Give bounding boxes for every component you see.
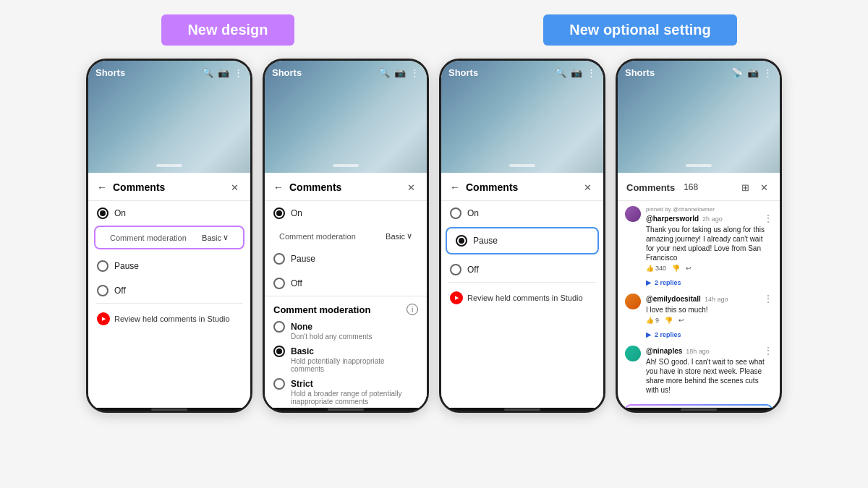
pause-label-3: Pause bbox=[473, 236, 498, 246]
dislike-btn-2[interactable]: 👎 bbox=[665, 317, 673, 324]
avatar-3 bbox=[625, 346, 641, 361]
comment-3-more[interactable]: ⋮ bbox=[764, 346, 773, 356]
moderation-label-1: Comment moderation bbox=[110, 234, 187, 242]
more-icon-1[interactable]: ⋮ bbox=[234, 67, 243, 78]
comment-2-user: @emilydoesitall bbox=[646, 295, 701, 303]
search-icon-1[interactable]: 🔍 bbox=[202, 67, 213, 78]
more-icon-4[interactable]: ⋮ bbox=[763, 67, 773, 78]
camera-icon-1[interactable]: 📷 bbox=[218, 67, 229, 78]
mod-option-basic[interactable]: Basic Hold potentially inappropriate com… bbox=[273, 346, 418, 373]
comments-panel-3: ← Comments ✕ On Pause bbox=[441, 173, 603, 408]
moderation-value-1: Basic ∨ bbox=[202, 233, 229, 242]
radio-basic bbox=[273, 346, 285, 357]
shorts-label-2: Shorts bbox=[272, 67, 302, 78]
paused-banner: Comments are paused. Learn more bbox=[624, 403, 774, 408]
radio-off-2 bbox=[273, 278, 285, 289]
option-pause-1[interactable]: Pause bbox=[88, 254, 250, 278]
back-arrow-2[interactable]: ← bbox=[273, 181, 284, 193]
search-icon-3[interactable]: 🔍 bbox=[555, 67, 566, 78]
like-btn-1[interactable]: 👍 340 bbox=[646, 265, 666, 272]
comment-2-more[interactable]: ⋮ bbox=[764, 294, 773, 304]
mod-option-strict[interactable]: Strict Hold a broader range of potential… bbox=[273, 378, 418, 406]
camera-icon-2[interactable]: 📷 bbox=[394, 67, 406, 78]
radio-pause-2 bbox=[273, 253, 285, 265]
close-icon-2[interactable]: ✕ bbox=[404, 180, 418, 194]
new-optional-setting-header: New optional setting bbox=[543, 14, 737, 46]
option-on-2[interactable]: On bbox=[265, 201, 427, 226]
phone-1: Shorts 🔍 📷 ⋮ ← Comments ✕ bbox=[86, 59, 252, 413]
avatar-1 bbox=[625, 206, 641, 222]
strict-label: Strict bbox=[291, 379, 313, 389]
video-area-4: Shorts 📡 📷 ⋮ bbox=[618, 61, 780, 173]
moderation-row-1[interactable]: Comment moderation Basic ∨ bbox=[101, 227, 237, 248]
divider-3 bbox=[448, 282, 596, 283]
on-label-1: On bbox=[114, 208, 126, 218]
option-pause-3[interactable]: Pause bbox=[447, 228, 597, 253]
option-off-2[interactable]: Off bbox=[265, 271, 427, 296]
back-arrow-1[interactable]: ← bbox=[97, 181, 107, 193]
option-off-1[interactable]: Off bbox=[88, 278, 250, 303]
comments-panel-2: ← Comments ✕ On Comment moderation Basic… bbox=[265, 173, 427, 408]
reply-btn-2[interactable]: ↩ bbox=[678, 317, 684, 324]
divider-1 bbox=[95, 303, 243, 304]
mod-option-none[interactable]: None Don't hold any comments bbox=[273, 321, 418, 341]
studio-text-3: Review held comments in Studio bbox=[467, 294, 583, 302]
close-icon-3[interactable]: ✕ bbox=[580, 180, 595, 194]
comments-panel-1: ← Comments ✕ On Comment moderation Basic bbox=[88, 173, 250, 408]
comments-title-1: Comments bbox=[113, 181, 221, 193]
camera-icon-4[interactable]: 📷 bbox=[747, 67, 759, 78]
radio-on-1 bbox=[97, 207, 109, 219]
studio-row-3[interactable]: Review held comments in Studio bbox=[441, 286, 603, 310]
more-icon-3[interactable]: ⋮ bbox=[587, 67, 596, 78]
more-icon-2[interactable]: ⋮ bbox=[410, 67, 420, 78]
shorts-label-3: Shorts bbox=[448, 67, 478, 78]
camera-icon-3[interactable]: 📷 bbox=[571, 67, 582, 78]
moderation-value-2: Basic ∨ bbox=[386, 231, 412, 241]
pause-label-2: Pause bbox=[291, 254, 315, 264]
replies-text-2: 2 replies bbox=[655, 331, 681, 338]
comments-title-3: Comments bbox=[466, 181, 574, 193]
cast-icon-4[interactable]: 📡 bbox=[731, 67, 743, 78]
on-label-2: On bbox=[291, 208, 302, 218]
comments-title-2: Comments bbox=[289, 181, 398, 193]
radio-none bbox=[273, 321, 285, 333]
close-icon-4[interactable]: ✕ bbox=[757, 180, 771, 194]
back-arrow-3[interactable]: ← bbox=[450, 181, 460, 193]
comment-2: @emilydoesitall 14h ago ⋮ I love this so… bbox=[618, 288, 780, 329]
phone-4: Shorts 📡 📷 ⋮ Comments 168 ⊞ ✕ bbox=[616, 59, 782, 413]
dislike-btn-1[interactable]: 👎 bbox=[672, 265, 680, 272]
option-on-3[interactable]: On bbox=[441, 201, 603, 226]
reply-btn-1[interactable]: ↩ bbox=[686, 265, 692, 272]
info-icon-2[interactable]: i bbox=[407, 304, 418, 315]
option-on-1[interactable]: On bbox=[88, 201, 250, 226]
moderation-highlight-purple: Comment moderation Basic ∨ bbox=[94, 226, 244, 249]
on-label-3: On bbox=[467, 208, 479, 218]
replies-text-1: 2 replies bbox=[655, 279, 681, 286]
studio-row-1[interactable]: Review held comments in Studio bbox=[88, 307, 250, 331]
comments-count-4: 168 bbox=[684, 182, 698, 192]
shorts-label-4: Shorts bbox=[625, 67, 655, 78]
moderation-row-2[interactable]: Comment moderation Basic ∨ bbox=[271, 226, 421, 247]
pinned-label: pinned by @channelowner bbox=[646, 206, 773, 213]
close-icon-1[interactable]: ✕ bbox=[227, 180, 242, 194]
studio-text-1: Review held comments in Studio bbox=[114, 314, 230, 323]
phone-3: Shorts 🔍 📷 ⋮ ← Comments ✕ bbox=[439, 59, 605, 413]
replies-row-1[interactable]: ▶ 2 replies bbox=[618, 277, 780, 288]
drag-handle-2 bbox=[333, 164, 359, 167]
basic-desc: Hold potentially inappropriate comments bbox=[291, 357, 418, 373]
new-design-header: New design bbox=[161, 14, 294, 46]
filter-icon-4[interactable]: ⊞ bbox=[738, 180, 752, 194]
radio-strict bbox=[273, 378, 285, 390]
option-off-3[interactable]: Off bbox=[441, 257, 603, 282]
studio-icon-3 bbox=[450, 291, 463, 304]
off-label-3: Off bbox=[467, 265, 479, 275]
option-pause-2[interactable]: Pause bbox=[265, 247, 427, 271]
comment-3-user: @ninaples bbox=[646, 347, 682, 355]
comment-1-more[interactable]: ⋮ bbox=[764, 213, 773, 223]
like-btn-2[interactable]: 👍 9 bbox=[646, 317, 659, 324]
video-area-3: Shorts 🔍 📷 ⋮ bbox=[441, 61, 603, 173]
comment-1-time: 2h ago bbox=[702, 215, 723, 223]
replies-row-2[interactable]: ▶ 2 replies bbox=[618, 329, 780, 341]
comments-title-4: Comments bbox=[626, 182, 675, 193]
search-icon-2[interactable]: 🔍 bbox=[378, 67, 390, 78]
